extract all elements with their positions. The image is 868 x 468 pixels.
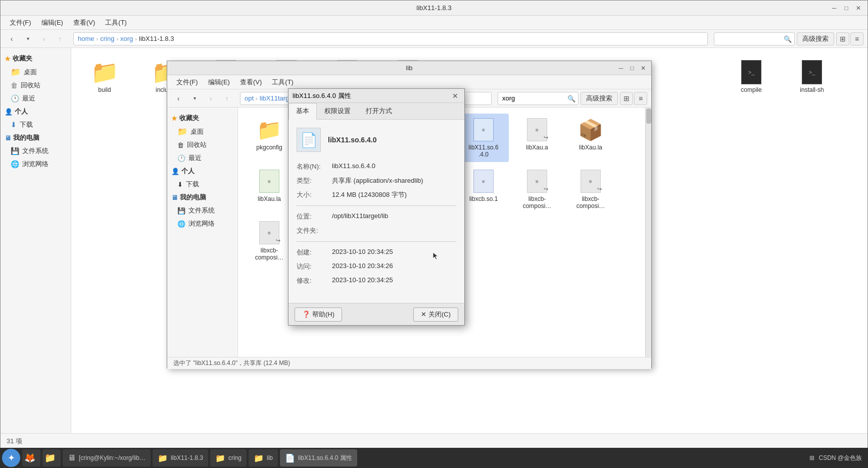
lib-close-button[interactable]: ✕	[639, 64, 647, 72]
sidebar-header-favorites[interactable]: ★ 收藏夹	[1, 52, 71, 65]
main-window-controls: ─ □ ✕	[830, 4, 862, 12]
close-button[interactable]: ✕	[854, 4, 862, 12]
menu-file[interactable]: 文件(F)	[5, 16, 36, 29]
lib-menu-file[interactable]: 文件(F)	[171, 76, 203, 89]
lib-file-libxcbcomposi1[interactable]: ≡ ↪ libxcb-composi…	[512, 165, 562, 214]
lib-sidebar-item-network[interactable]: 🌐 浏览网络	[167, 217, 237, 230]
menu-view[interactable]: 查看(V)	[68, 16, 100, 29]
dialog-location-value: /opt/libX11target/lib	[332, 212, 456, 221]
lib-recent-icon: 🕐	[177, 154, 185, 162]
dropdown-button[interactable]: ▾	[21, 32, 35, 46]
back-button[interactable]: ‹	[5, 32, 19, 46]
menu-edit[interactable]: 编辑(E)	[36, 16, 68, 29]
lib-breadcrumb-opt[interactable]: opt	[245, 94, 254, 102]
lib-sidebar-header-personal[interactable]: 👤 个人	[167, 165, 237, 178]
lib-sidebar-item-fs[interactable]: 💾 文件系统	[167, 204, 237, 217]
folder-taskbar-icon: 📁	[158, 453, 168, 463]
lib-dropdown-button[interactable]: ▾	[187, 91, 202, 106]
lib-file-libxcbcomposi2[interactable]: ≡ ↪ libxcb-composi…	[565, 165, 616, 214]
dialog-name-row: 名称(N): libX11.so.6.4.0	[297, 162, 456, 171]
lib-menu-view[interactable]: 查看(V)	[235, 76, 267, 89]
file-item-install-sh[interactable]: >_ install-sh	[787, 56, 837, 97]
taskbar-firefox-button[interactable]: 🦊	[22, 449, 40, 466]
lib-sidebar-header-favorites[interactable]: ★ 收藏夹	[167, 112, 237, 125]
minimize-button[interactable]: ─	[830, 4, 838, 12]
lib-sidebar-item-desktop[interactable]: 📁 桌面	[167, 125, 237, 138]
lib-search-input[interactable]	[498, 92, 578, 105]
breadcrumb-cring[interactable]: cring	[100, 35, 114, 42]
forward-button[interactable]: ›	[37, 32, 51, 46]
sidebar-header-personal[interactable]: 👤 个人	[1, 105, 71, 118]
dialog-close-footer-button[interactable]: ✕ 关闭(C)	[413, 307, 458, 322]
lib-advanced-search-button[interactable]: 高级搜索	[581, 92, 618, 105]
search-input[interactable]	[714, 32, 795, 45]
lib-sidebar-item-recent[interactable]: 🕐 最近	[167, 151, 237, 165]
dialog-tab-basic[interactable]: 基本	[288, 103, 317, 120]
dialog-tab-permissions[interactable]: 权限设置	[317, 103, 358, 119]
lib-file-libxaula[interactable]: 📦 libXau.la	[565, 114, 616, 162]
lib-file-libxcbcomposi3[interactable]: ≡ ↪ libxcb-composi…	[244, 217, 295, 265]
lib-file-pkgconfig[interactable]: 📁 pkgconfig	[244, 114, 295, 162]
lib-forward-button[interactable]: ›	[204, 91, 218, 106]
up-button[interactable]: ↑	[53, 32, 67, 46]
lib-file-libxaula2[interactable]: ≡ libXau.la	[244, 165, 295, 214]
file-item-build[interactable]: 📁 build	[79, 56, 130, 105]
lib-scrollbar[interactable]	[645, 108, 651, 357]
sidebar-item-download[interactable]: ⬇ 下载	[1, 118, 71, 131]
lib-list-view-button[interactable]: ≡	[634, 92, 647, 105]
taskbar-props-button[interactable]: 📄 libX11.so.6.4.0 属性	[280, 449, 357, 466]
taskbar-terminal-button[interactable]: 🖥 [cring@Kylin:~/xorg/lib…	[63, 449, 151, 466]
maximize-button[interactable]: □	[842, 4, 850, 12]
breadcrumb-home[interactable]: home	[78, 35, 94, 42]
properties-dialog: libX11.so.6.4.0 属性 ✕ 基本 权限设置 打开方式 📄 libX…	[288, 88, 465, 326]
lib-up-button[interactable]: ↑	[220, 91, 234, 106]
advanced-search-button[interactable]: 高级搜索	[797, 32, 834, 45]
lib-back-button[interactable]: ‹	[171, 91, 185, 106]
sidebar-item-filesystem[interactable]: 💾 文件系统	[1, 144, 71, 158]
sidebar-item-recycle[interactable]: 🗑 回收站	[1, 79, 71, 92]
lib-sidebar-item-download[interactable]: ⬇ 下载	[167, 178, 237, 191]
dialog-accessed-row: 访问: 2023-10-10 20:34:26	[297, 262, 456, 271]
taskbar: ✦ 🦊 📁 🖥 [cring@Kylin:~/xorg/lib… 📁 libX1…	[0, 448, 868, 468]
sidebar-item-network[interactable]: 🌐 浏览网络	[1, 158, 71, 171]
sidebar-header-computer[interactable]: 🖥 我的电脑	[1, 131, 71, 144]
dialog-help-button[interactable]: ❓ 帮助(H)	[295, 307, 342, 322]
lib-minimize-button[interactable]: ─	[617, 64, 625, 72]
taskbar-lib-button[interactable]: 📁 lib	[249, 449, 278, 466]
lib-menu-tools[interactable]: 工具(T)	[267, 76, 299, 89]
dialog-titlebar: libX11.so.6.4.0 属性 ✕	[288, 89, 464, 103]
lib-icon-view-button[interactable]: ⊞	[620, 92, 633, 105]
lib-menu-edit[interactable]: 编辑(E)	[203, 76, 235, 89]
list-view-button[interactable]: ≡	[850, 32, 863, 45]
lib-sidebar-header-computer[interactable]: 🖥 我的电脑	[167, 191, 237, 204]
icon-view-button[interactable]: ⊞	[836, 32, 849, 45]
download-icon: ⬇	[11, 121, 17, 129]
start-button[interactable]: ✦	[2, 449, 20, 467]
taskbar-files-button[interactable]: 📁	[42, 449, 61, 466]
lib-file-libx11so640[interactable]: ≡ libX11.so.6.4.0	[458, 114, 509, 162]
sidebar-item-recent[interactable]: 🕐 最近	[1, 92, 71, 105]
dialog-tab-open-with[interactable]: 打开方式	[358, 103, 400, 119]
dialog-size-value: 12.4 MB (12430808 字节)	[332, 190, 456, 199]
lib-maximize-button[interactable]: □	[628, 64, 636, 72]
lib-network-icon: 🌐	[177, 220, 185, 228]
recycle-icon: 🗑	[11, 81, 18, 89]
build-label: build	[98, 86, 111, 93]
lib-sidebar-item-recycle[interactable]: 🗑 回收站	[167, 138, 237, 151]
taskbar-props-label: libX11.so.6.4.0 属性	[298, 454, 352, 462]
lib-file-libxaua[interactable]: ≡ ↪ libXau.a	[512, 114, 562, 162]
dialog-type-label: 类型:	[297, 176, 332, 185]
dialog-size-label: 大小:	[297, 190, 332, 199]
taskbar-cring-button[interactable]: 📁 cring	[210, 449, 247, 466]
sidebar-item-desktop[interactable]: 📁 桌面	[1, 65, 71, 79]
dialog-file-icon: 📄	[297, 128, 321, 152]
breadcrumb-xorg[interactable]: xorg	[120, 35, 133, 42]
file-item-compile[interactable]: >_ compile	[726, 56, 777, 97]
menu-tools[interactable]: 工具(T)	[100, 16, 132, 29]
lib-file-libxcbso1[interactable]: ≡ libxcb.so.1	[458, 165, 509, 214]
files-icon: 📁	[44, 452, 56, 463]
taskbar-libx11-button[interactable]: 📁 libX11-1.8.3	[153, 449, 208, 466]
dialog-close-button[interactable]: ✕	[450, 91, 460, 101]
dialog-created-value: 2023-10-10 20:34:25	[332, 248, 456, 257]
desktop-folder-icon: 📁	[11, 67, 21, 77]
